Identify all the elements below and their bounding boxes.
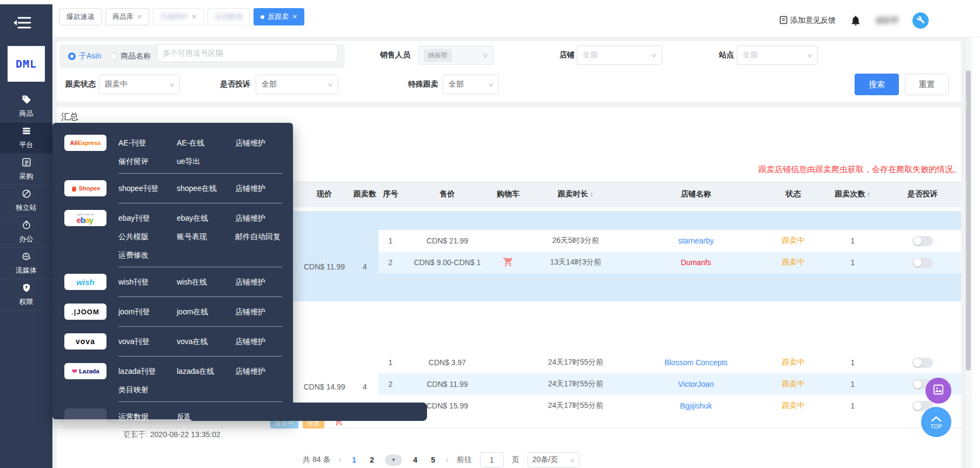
menu-link[interactable]: AE-在线 [177,137,232,148]
goto-page-input[interactable] [480,452,504,467]
scrollbar-thumb[interactable] [966,70,971,371]
menu-link[interactable]: 运费修改 [118,249,174,260]
page-2[interactable]: 2 [367,456,377,464]
store-link[interactable]: Bgjijishuk [680,401,712,410]
sidebar-item-independent-site[interactable]: 独立站 [0,185,52,216]
sidebar-item-purchase[interactable]: 采购 [0,154,52,185]
sort-icon[interactable]: ▲▼ [590,192,594,197]
app-logo[interactable]: DML [8,46,45,82]
chevron-down-icon: ∨ [169,81,175,88]
page-size-select[interactable]: 20条/页∨ [528,452,579,467]
feedback-button[interactable]: 添加意见反馈 [779,16,836,26]
close-icon[interactable]: ✕ [292,13,297,21]
search-button[interactable]: 搜索 [855,74,899,95]
complaint-toggle[interactable] [912,258,933,268]
user-avatar[interactable] [912,12,929,29]
menu-link[interactable]: 运营数据 [118,411,174,422]
menu-link[interactable]: AE-刊登 [118,137,174,148]
tab-anti-follow-sell[interactable]: 反跟卖✕ [254,8,304,25]
prev-page-arrow[interactable]: ‹ [338,456,341,464]
menu-link[interactable]: 类目映射 [118,384,174,395]
keyword-input[interactable] [157,44,338,62]
menu-link[interactable]: ebay刊登 [118,213,174,223]
sidebar-item-office[interactable]: 办公 [0,216,52,248]
page-1[interactable]: 1 [349,456,359,464]
menu-link[interactable]: 店铺维护 [235,137,265,148]
sidebar-item-goods[interactable]: 商品 [0,91,52,122]
sidebar-item-streaming[interactable]: 流媒体 [0,248,52,279]
complaint-toggle[interactable] [912,358,933,368]
store-link[interactable]: Blossom Concepts [664,358,728,367]
follow-rows: 1 CDN$ 21.99 26天5时3分前 starnearby 跟卖中 1 2… [378,230,961,273]
search-button-label: 搜索 [869,80,885,90]
menu-link[interactable]: 催付留评 [118,156,174,167]
menu-link[interactable]: lazada在线 [177,366,232,377]
salesperson-label: 销售人员 [380,50,410,60]
menu-link[interactable]: 账号表现 [177,231,232,242]
menu-link[interactable]: 店铺维护 [235,276,265,287]
salesperson-select[interactable]: 姚振帮∨ [418,45,494,65]
tab-product-library[interactable]: 商品库✕ [105,8,149,25]
menu-section-lazada: ❤Lazada lazada刊登 lazada在线 店铺维护 类目映射 [52,359,293,399]
store-link[interactable]: VictorJoan [678,380,714,388]
menu-link[interactable]: vova在线 [177,336,232,347]
goto-label: 前往 [457,455,472,465]
page-5[interactable]: 5 [428,456,438,464]
page-4[interactable]: 4 [410,456,420,464]
sidebar-item-permission[interactable]: 权限 [0,279,52,311]
close-icon[interactable]: ✕ [137,13,142,21]
sidebar-item-platform[interactable]: 平台 [0,122,52,154]
tab-blurred-1[interactable]: 店铺维护✕ [153,8,204,25]
menu-link[interactable]: 店铺维护 [235,183,265,194]
store-link[interactable]: starnearby [678,236,714,245]
menu-link[interactable]: 店铺维护 [118,430,174,440]
site-value: 全部 [743,50,758,60]
menu-link[interactable]: vova刊登 [118,336,174,347]
menu-link[interactable]: shopee在线 [177,183,232,194]
close-icon[interactable]: ✕ [191,13,197,21]
menu-link[interactable]: shopee刊登 [118,183,174,194]
media-reel-icon [22,252,31,263]
menu-link[interactable]: ebay在线 [177,213,232,223]
back-to-top-button[interactable]: TOP [921,407,951,437]
menu-link[interactable]: ue导出 [177,156,232,167]
more-pages-icon[interactable]: ▼ [385,454,402,466]
site-select[interactable]: 全部∨ [737,45,818,65]
radio-product-name[interactable]: 商品名称 [110,51,151,61]
menu-link[interactable]: wish刊登 [118,276,174,287]
radio-sub-asin[interactable]: 子Asin [68,51,101,61]
menu-link[interactable]: 邮件自动回复 [235,231,281,242]
menu-section-shopee: Shopee shopee刊登 shopee在线 店铺维护 [52,176,293,201]
row-index: 2 [378,380,403,388]
feedback-float-button[interactable] [925,378,951,404]
menu-link[interactable]: 店铺维护 [235,306,265,317]
menu-divider [118,401,282,402]
menu-link[interactable]: joom刊登 [118,306,174,317]
group-follow-count: 4 [351,262,378,271]
store-link[interactable]: Dumanfs [681,258,711,267]
username[interactable]: 姚振帮 [876,16,898,25]
tab-label: 运营数据 [215,12,243,22]
complaint-select[interactable]: 全部∨ [256,75,338,94]
notification-bell-icon[interactable] [850,15,862,27]
sidebar-nav: 商品 平台 采购 独立站 办公 流媒体 [0,91,52,311]
reset-button[interactable]: 重置 [905,74,949,95]
menu-link[interactable]: lazada刊登 [118,366,174,377]
follow-status-select[interactable]: 跟卖中∨ [99,75,180,94]
menu-link[interactable]: joom在线 [177,306,232,317]
shop-select[interactable]: 全部∨ [577,45,662,65]
next-page-arrow[interactable]: › [446,456,449,464]
menu-link[interactable]: 店铺维护 [235,336,265,347]
sort-icon[interactable]: ▲▼ [867,192,871,197]
tab-hot-express[interactable]: 爆款速递 [59,8,102,25]
menu-link[interactable]: 店铺维护 [235,213,281,223]
menu-link[interactable]: 公共模版 [118,231,174,242]
chevron-down-icon: ∨ [327,81,333,88]
misc-logo-icon [64,408,106,425]
menu-link[interactable]: 店铺维护 [235,366,265,377]
complaint-toggle[interactable] [912,236,933,246]
collapse-menu-icon[interactable] [13,14,35,32]
menu-link[interactable]: wish在线 [177,276,232,287]
tab-blurred-2[interactable]: 运营数据 [208,8,250,25]
special-follow-select[interactable]: 全部∨ [443,75,499,94]
